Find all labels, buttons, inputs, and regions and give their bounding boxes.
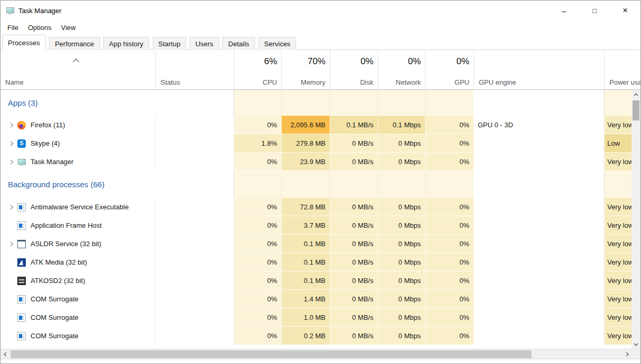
sort-ascending-icon <box>73 55 80 65</box>
cpu-cell <box>234 90 281 116</box>
maximize-icon: □ <box>593 7 597 15</box>
expand-chevron-icon[interactable] <box>9 158 17 166</box>
menu-view[interactable]: View <box>56 22 81 33</box>
gpu-cell: 0% <box>425 153 474 171</box>
horizontal-scrollbar[interactable] <box>1 349 640 359</box>
power-usage-cell: Very low <box>604 116 632 134</box>
horizontal-scrollbar-thumb[interactable] <box>11 350 531 358</box>
table-row[interactable]: Firefox (11) 0% 2,095.6 MB 0.1 MB/s 0.1 … <box>1 116 632 134</box>
memory-cell: 0.2 MB <box>281 327 330 345</box>
close-button[interactable]: × <box>610 1 640 21</box>
menu-bar: File Options View <box>1 21 640 34</box>
scroll-left-icon[interactable] <box>1 349 9 359</box>
tab-bar: Processes Performance App history Startu… <box>1 34 640 50</box>
tab-performance[interactable]: Performance <box>49 37 100 51</box>
column-header-network[interactable]: 0% Network <box>378 50 425 90</box>
gpu-engine-cell <box>474 327 604 345</box>
column-label: GPU <box>455 78 469 86</box>
column-header-power-usage[interactable]: Power usage <box>604 50 640 90</box>
network-cell: 0 Mbps <box>378 253 425 271</box>
table-row[interactable]: Application Frame Host 0% 3.7 MB 0 MB/s … <box>1 216 632 235</box>
table-row[interactable]: ASLDR Service (32 bit) 0% 0.1 MB 0 MB/s … <box>1 235 632 253</box>
column-label: Name <box>5 78 24 86</box>
atk-media-icon <box>17 258 26 267</box>
table-row[interactable]: COM Surrogate 0% 1.4 MB 0 MB/s 0 Mbps 0%… <box>1 290 632 308</box>
scroll-right-icon[interactable] <box>623 349 632 359</box>
tab-app-history[interactable]: App history <box>103 37 149 51</box>
name-cell: ATK Media (32 bit) <box>1 253 155 271</box>
gpu-engine-cell <box>474 253 604 271</box>
expand-chevron-icon[interactable] <box>9 139 17 148</box>
column-header-disk[interactable]: 0% Disk <box>330 50 378 90</box>
task-manager-icon <box>17 158 26 166</box>
disk-cell: 0 MB/s <box>330 327 378 345</box>
expand-chevron-icon[interactable] <box>9 240 17 248</box>
gpu-cell <box>425 90 474 116</box>
gpu-engine-cell <box>474 134 604 153</box>
table-row[interactable]: Task Manager 0% 23.9 MB 0 MB/s 0 Mbps 0%… <box>1 153 632 171</box>
vertical-scrollbar[interactable] <box>632 90 640 349</box>
maximize-button[interactable]: □ <box>579 1 610 21</box>
gpu-total-value: 0% <box>456 56 469 67</box>
memory-cell: 0.1 MB <box>281 253 330 271</box>
power-usage-cell: Low <box>604 134 632 153</box>
disk-cell: 0 MB/s <box>330 198 378 216</box>
table-row[interactable]: COM Surrogate 0% 0.2 MB 0 MB/s 0 Mbps 0%… <box>1 327 632 345</box>
table-row[interactable]: ATKOSD2 (32 bit) 0% 0.1 MB 0 MB/s 0 Mbps… <box>1 271 632 290</box>
column-header-status[interactable]: Status <box>155 50 234 90</box>
table-row[interactable]: COM Surrogate 0% 1.0 MB 0 MB/s 0 Mbps 0%… <box>1 308 632 327</box>
gpu-engine-cell <box>474 271 604 290</box>
memory-cell: 0.1 MB <box>281 235 330 253</box>
group-header-row[interactable]: Apps (3) <box>1 90 632 116</box>
process-name: ASLDR Service (32 bit) <box>31 240 101 248</box>
column-header-gpu[interactable]: 0% GPU <box>425 50 474 90</box>
column-header-name[interactable]: Name <box>1 50 155 90</box>
status-cell <box>155 134 234 153</box>
scroll-down-icon[interactable] <box>632 340 640 349</box>
memory-cell: 1.4 MB <box>281 290 330 308</box>
gpu-cell: 0% <box>425 308 474 327</box>
column-header-gpu-engine[interactable]: GPU engine <box>474 50 604 90</box>
column-label: CPU <box>263 78 277 86</box>
expand-chevron-placeholder <box>9 295 17 304</box>
status-cell <box>155 216 234 235</box>
expand-chevron-icon[interactable] <box>9 121 17 129</box>
menu-options[interactable]: Options <box>23 22 56 33</box>
table-row[interactable]: Antimalware Service Executable 0% 72.8 M… <box>1 198 632 216</box>
skype-icon <box>17 139 26 148</box>
column-label: GPU engine <box>479 78 516 86</box>
disk-total-value: 0% <box>360 56 373 67</box>
group-header-row[interactable]: Background processes (66) <box>1 171 632 198</box>
tab-users[interactable]: Users <box>190 37 219 51</box>
tab-services[interactable]: Services <box>259 37 297 51</box>
table-row[interactable]: Skype (4) 1.8% 279.8 MB 0 MB/s 0 Mbps 0%… <box>1 134 632 153</box>
scroll-up-icon[interactable] <box>632 90 640 99</box>
window-title: Task Manager <box>18 7 62 15</box>
menu-file[interactable]: File <box>3 22 23 33</box>
name-cell: Antimalware Service Executable <box>1 198 155 216</box>
table-row[interactable]: ATK Media (32 bit) 0% 0.1 MB 0 MB/s 0 Mb… <box>1 253 632 271</box>
network-total-value: 0% <box>408 56 421 67</box>
vertical-scrollbar-thumb[interactable] <box>633 100 639 120</box>
process-list: Apps (3) Firefox (11) 0% 2,095.6 MB 0.1 … <box>1 90 640 349</box>
gpu-engine-cell: GPU 0 - 3D <box>474 116 604 134</box>
expand-chevron-icon[interactable] <box>9 203 17 211</box>
status-cell <box>155 271 234 290</box>
status-cell <box>155 253 234 271</box>
minimize-button[interactable]: – <box>549 1 579 21</box>
process-rows: Apps (3) Firefox (11) 0% 2,095.6 MB 0.1 … <box>1 90 632 345</box>
disk-cell: 0 MB/s <box>330 134 378 153</box>
name-cell: ASLDR Service (32 bit) <box>1 235 155 253</box>
process-name: Skype (4) <box>31 139 60 147</box>
app-window-icon <box>17 203 26 211</box>
cpu-cell: 0% <box>234 253 281 271</box>
tab-processes[interactable]: Processes <box>2 35 46 50</box>
tab-details[interactable]: Details <box>222 37 255 51</box>
tab-startup[interactable]: Startup <box>153 37 186 51</box>
gpu-engine-cell <box>474 171 604 198</box>
column-header-memory[interactable]: 70% Memory <box>281 50 330 90</box>
status-cell <box>155 308 234 327</box>
column-header-cpu[interactable]: 6% CPU <box>234 50 281 90</box>
title-bar[interactable]: Task Manager – □ × <box>1 1 640 21</box>
network-cell <box>378 171 425 198</box>
